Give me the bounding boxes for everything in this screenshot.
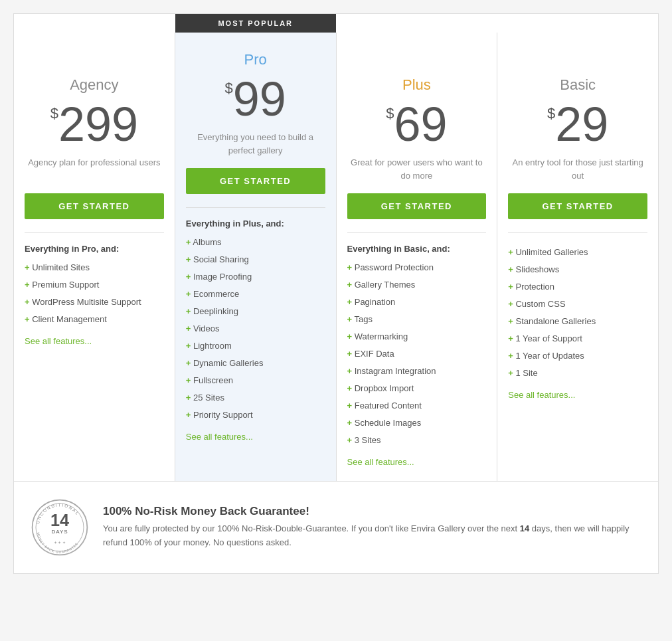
list-item: + 1 Year of Updates xyxy=(508,347,647,365)
features-list-plus: + Password Protection + Gallery Themes +… xyxy=(347,259,487,449)
list-item: + Albums xyxy=(186,234,325,251)
price-amount-agency: 299 xyxy=(58,98,138,151)
list-item: + Protection xyxy=(508,278,647,296)
list-item: + Pagination xyxy=(347,294,487,311)
features-list-basic: + Unlimited Galleries + Slideshows + Pro… xyxy=(508,244,647,382)
divider-basic xyxy=(508,232,647,233)
list-item: + Videos xyxy=(186,320,325,337)
price-amount-basic: 29 xyxy=(555,98,608,151)
svg-text:DAYS: DAYS xyxy=(52,529,68,535)
guarantee-days: 14 xyxy=(520,523,529,533)
price-dollar-basic: $ xyxy=(547,105,555,122)
see-all-pro[interactable]: See all features... xyxy=(186,432,253,442)
list-item: + 25 Sites xyxy=(186,389,325,407)
list-item: + Featured Content xyxy=(347,397,487,414)
most-popular-banner: MOST POPULAR xyxy=(175,14,337,33)
list-item: + Lightroom xyxy=(186,337,325,355)
list-item: + Priority Support xyxy=(186,407,325,424)
pricing-table: Agency $299 Agency plan for professional… xyxy=(14,33,658,481)
list-item: + Instagram Integration xyxy=(347,363,487,380)
plan-pro: Pro $99 Everything you need to build a p… xyxy=(175,33,337,481)
divider-pro xyxy=(186,207,325,208)
list-item: + WordPress Multisite Support xyxy=(25,294,164,311)
list-item: + Standalone Galleries xyxy=(508,313,647,330)
list-item: + 1 Site xyxy=(508,365,647,382)
list-item: + 1 Year of Support xyxy=(508,330,647,347)
plan-desc-agency: Agency plan for professional users xyxy=(25,156,164,183)
see-all-plus[interactable]: See all features... xyxy=(347,457,414,467)
plan-name-pro: Pro xyxy=(186,51,325,68)
list-item: + Dropbox Import xyxy=(347,380,487,397)
list-item: + Ecommerce xyxy=(186,286,325,303)
features-list-agency: + Unlimited Sites + Premium Support + Wo… xyxy=(25,259,164,328)
plan-desc-plus: Great for power users who want to do mor… xyxy=(347,156,487,183)
list-item: + Gallery Themes xyxy=(347,276,487,294)
divider-agency xyxy=(25,232,164,233)
list-item: + Custom CSS xyxy=(508,296,647,313)
list-item: + Premium Support xyxy=(25,276,164,294)
features-heading-agency: Everything in Pro, and: xyxy=(25,244,164,254)
guarantee-badge-svg: UNCONDITIONAL 14 DAYS MONEY BACK GUARANT… xyxy=(30,498,90,557)
banner-spacer-agency xyxy=(14,14,175,33)
list-item: + Tags xyxy=(347,311,487,328)
get-started-basic[interactable]: GET STARTED xyxy=(508,193,647,219)
list-item: + Unlimited Sites xyxy=(25,259,164,276)
list-item: + Social Sharing xyxy=(186,251,325,268)
features-list-pro: + Albums + Social Sharing + Image Proofi… xyxy=(186,234,325,424)
features-heading-plus: Everything in Basic, and: xyxy=(347,244,487,254)
price-row-agency: $299 xyxy=(25,100,164,148)
price-row-basic: $29 xyxy=(508,100,647,148)
plan-header-spacer-plus xyxy=(347,46,487,71)
features-heading-pro: Everything in Plus, and: xyxy=(186,219,325,229)
divider-plus xyxy=(347,232,487,233)
plan-header-spacer-agency xyxy=(25,46,164,71)
guarantee-badge: UNCONDITIONAL 14 DAYS MONEY BACK GUARANT… xyxy=(30,498,90,557)
guarantee-heading: 100% No-Risk Money Back Guarantee! xyxy=(103,505,642,518)
list-item: + Fullscreen xyxy=(186,372,325,389)
plan-name-basic: Basic xyxy=(508,76,647,94)
see-all-agency[interactable]: See all features... xyxy=(25,336,92,346)
list-item: + Dynamic Galleries xyxy=(186,355,325,372)
list-item: + Schedule Images xyxy=(347,414,487,432)
plan-plus: Plus $69 Great for power users who want … xyxy=(337,33,498,481)
list-item: + Unlimited Galleries xyxy=(508,244,647,261)
price-amount-plus: 69 xyxy=(394,98,447,151)
svg-text:14: 14 xyxy=(50,511,69,529)
plan-agency: Agency $299 Agency plan for professional… xyxy=(14,33,175,481)
price-dollar-plus: $ xyxy=(386,105,394,122)
list-item: + Watermarking xyxy=(347,328,487,345)
plans-banner-row: MOST POPULAR xyxy=(14,14,658,33)
guarantee-text: 100% No-Risk Money Back Guarantee! You a… xyxy=(103,505,642,550)
guarantee-body: You are fully protected by our 100% No-R… xyxy=(103,522,642,550)
price-amount-pro: 99 xyxy=(233,72,286,126)
banner-spacer-right xyxy=(336,14,658,33)
price-dollar-agency: $ xyxy=(50,105,58,122)
list-item: + Deeplinking xyxy=(186,303,325,320)
guarantee-section: UNCONDITIONAL 14 DAYS MONEY BACK GUARANT… xyxy=(14,481,658,573)
most-popular-text: MOST POPULAR xyxy=(175,14,337,33)
plan-name-plus: Plus xyxy=(347,76,487,94)
pricing-wrapper: MOST POPULAR Agency $299 Agency plan for… xyxy=(13,13,659,574)
price-row-pro: $99 xyxy=(186,75,325,123)
plan-desc-pro: Everything you need to build a perfect g… xyxy=(186,131,325,157)
svg-text:✦ ✦ ✦: ✦ ✦ ✦ xyxy=(54,540,66,545)
plan-name-agency: Agency xyxy=(25,76,164,94)
get-started-agency[interactable]: GET STARTED xyxy=(25,193,164,219)
price-row-plus: $69 xyxy=(347,100,487,148)
get-started-pro[interactable]: GET STARTED xyxy=(186,168,325,194)
list-item: + 3 Sites xyxy=(347,432,487,449)
list-item: + Slideshows xyxy=(508,261,647,278)
see-all-basic[interactable]: See all features... xyxy=(508,390,575,400)
price-dollar-pro: $ xyxy=(224,80,232,96)
plan-header-spacer-basic xyxy=(508,46,647,71)
list-item: + Client Management xyxy=(25,311,164,328)
get-started-plus[interactable]: GET STARTED xyxy=(347,193,487,219)
list-item: + Password Protection xyxy=(347,259,487,276)
list-item: + Image Proofing xyxy=(186,268,325,286)
list-item: + EXIF Data xyxy=(347,345,487,363)
plan-basic: Basic $29 An entry tool for those just s… xyxy=(497,33,658,481)
plan-desc-basic: An entry tool for those just starting ou… xyxy=(508,156,647,183)
